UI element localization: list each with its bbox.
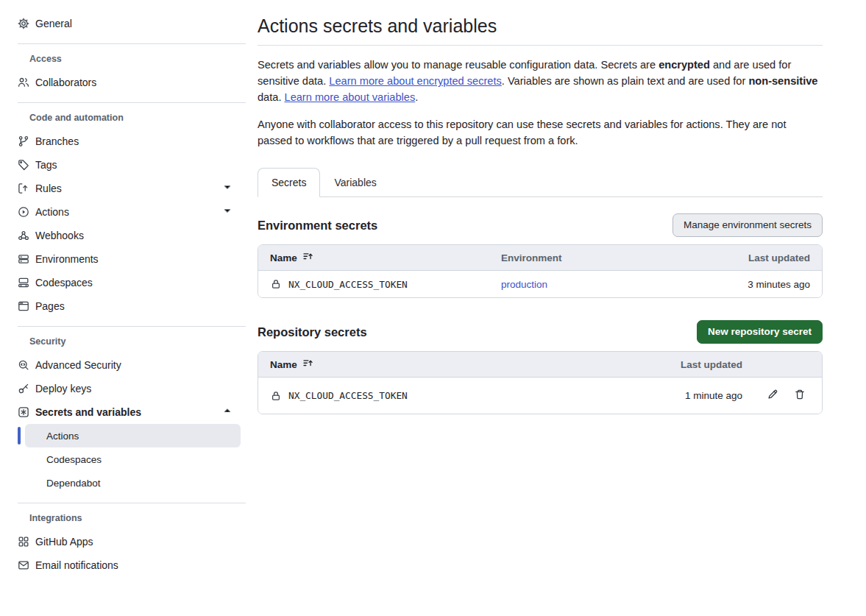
sort-ascending-icon	[302, 358, 313, 371]
sidebar-item-tags[interactable]: Tags	[18, 153, 240, 177]
sidebar-item-deploy-keys[interactable]: Deploy keys	[18, 377, 240, 400]
sidebar-section-code-and-automation: Code and automation	[29, 111, 246, 124]
sidebar-item-label: Branches	[35, 135, 79, 147]
last-updated-value: 1 minute ago	[613, 390, 742, 401]
sidebar-divider	[18, 102, 246, 103]
tag-icon	[18, 159, 29, 171]
sidebar-item-environments[interactable]: Environments	[18, 247, 240, 271]
sidebar-item-rules[interactable]: Rules	[18, 177, 240, 200]
intro-bold-encrypted: encrypted	[659, 59, 710, 71]
column-label: Name	[270, 252, 297, 263]
sidebar-item-secrets-and-variables[interactable]: Secrets and variables	[18, 400, 240, 424]
last-updated-value: 3 minutes ago	[692, 279, 810, 290]
column-header-last-updated: Last updated	[613, 359, 742, 370]
tab-secrets[interactable]: Secrets	[258, 168, 320, 197]
column-label: Name	[270, 359, 297, 370]
intro-text: data.	[258, 91, 285, 103]
gear-icon	[18, 18, 29, 29]
sidebar-subitem-actions[interactable]: Actions	[25, 424, 241, 447]
main-content: Actions secrets and variables Secrets an…	[258, 15, 823, 414]
intro-text: . Variables are shown as plain text and …	[502, 75, 749, 87]
lock-icon	[270, 278, 282, 290]
sidebar-item-label: Email notifications	[35, 559, 118, 571]
table-row: NX_CLOUD_ACCESS_TOKEN production 3 minut…	[258, 271, 822, 297]
browser-icon	[18, 300, 29, 312]
column-header-name[interactable]: Name	[270, 358, 613, 371]
manage-environment-secrets-button[interactable]: Manage environment secrets	[672, 213, 823, 237]
sidebar-item-advanced-security[interactable]: Advanced Security	[18, 353, 240, 377]
sidebar-item-label: General	[35, 18, 72, 29]
sidebar-item-label: Webhooks	[35, 230, 84, 241]
chevron-down-icon	[222, 205, 233, 219]
repository-secrets-heading: Repository secrets	[258, 325, 367, 339]
sidebar-item-branches[interactable]: Branches	[18, 130, 240, 153]
table-row: NX_CLOUD_ACCESS_TOKEN 1 minute ago	[258, 378, 822, 414]
sidebar-section-access: Access	[29, 52, 246, 66]
sidebar-divider	[18, 503, 246, 503]
environment-secrets-table: Name Environment Last updated NX_CLOUD_A…	[258, 244, 823, 298]
link-learn-encrypted-secrets[interactable]: Learn more about encrypted secrets	[329, 75, 501, 87]
asterisk-box-icon	[18, 406, 29, 418]
new-repository-secret-button[interactable]: New repository secret	[697, 320, 823, 344]
sidebar-item-codespaces[interactable]: Codespaces	[18, 271, 240, 294]
play-icon	[18, 206, 29, 218]
sidebar-item-label: Tags	[35, 159, 57, 171]
sidebar-item-webhooks[interactable]: Webhooks	[18, 224, 240, 247]
sort-ascending-icon	[302, 251, 313, 264]
delete-secret-button[interactable]	[794, 389, 806, 403]
git-branch-icon	[18, 135, 29, 147]
environment-link-production[interactable]: production	[501, 279, 547, 290]
column-header-environment: Environment	[501, 252, 692, 263]
pencil-icon	[767, 389, 778, 403]
trash-icon	[794, 389, 806, 403]
sidebar-item-collaborators[interactable]: Collaborators	[18, 71, 240, 94]
sidebar-item-label: Secrets and variables	[35, 406, 141, 418]
sidebar-item-general[interactable]: General	[18, 12, 240, 35]
chevron-down-icon	[222, 182, 233, 195]
intro-text: Secrets and variables allow you to manag…	[258, 59, 659, 71]
repository-secrets-table: Name Last updated NX_CLOUD_ACCESS_TOKEN …	[258, 351, 823, 414]
sidebar-item-github-apps[interactable]: GitHub Apps	[18, 530, 240, 553]
sidebar-item-pages[interactable]: Pages	[18, 294, 240, 318]
sidebar-subitem-codespaces[interactable]: Codespaces	[25, 447, 241, 471]
mail-icon	[18, 559, 29, 571]
sidebar-divider	[18, 326, 246, 327]
sidebar-section-integrations: Integrations	[29, 511, 246, 525]
secret-name: NX_CLOUD_ACCESS_TOKEN	[288, 279, 408, 290]
column-header-last-updated: Last updated	[692, 252, 810, 263]
lock-icon	[270, 390, 282, 402]
intro-text: .	[415, 91, 418, 103]
sidebar-item-label: Codespaces	[35, 277, 93, 288]
intro-bold-non-sensitive: non-sensitive	[748, 75, 817, 87]
sidebar-item-label: Dependabot	[46, 478, 101, 489]
sidebar-item-label: Actions	[35, 206, 69, 218]
chevron-up-icon	[222, 406, 233, 419]
sidebar-item-label: Pages	[35, 300, 65, 312]
repository-table-header: Name Last updated	[258, 352, 822, 378]
edit-secret-button[interactable]	[767, 389, 778, 403]
rules-icon	[18, 183, 29, 194]
sidebar-item-actions[interactable]: Actions	[18, 200, 240, 224]
sidebar-section-security: Security	[29, 335, 246, 348]
secrets-variables-tabs: Secrets Variables	[258, 168, 823, 197]
intro-paragraph: Secrets and variables allow you to manag…	[258, 57, 823, 105]
sidebar-divider	[18, 43, 246, 44]
environment-table-header: Name Environment Last updated	[258, 245, 822, 271]
sidebar-item-label: Codespaces	[46, 454, 102, 465]
people-icon	[18, 77, 29, 88]
collaborator-paragraph: Anyone with collaborator access to this …	[258, 116, 823, 149]
sidebar-item-email-notifications[interactable]: Email notifications	[18, 553, 240, 577]
tab-variables[interactable]: Variables	[320, 168, 390, 197]
key-icon	[18, 383, 29, 394]
page-title: Actions secrets and variables	[258, 15, 823, 46]
column-header-name[interactable]: Name	[270, 251, 501, 264]
server-icon	[18, 253, 29, 265]
sidebar-item-label: Advanced Security	[35, 359, 121, 371]
settings-sidebar: General Access Collaborators Code and au…	[0, 0, 246, 577]
sidebar-item-label: Rules	[35, 183, 62, 194]
link-learn-variables[interactable]: Learn more about variables	[285, 91, 416, 103]
active-indicator	[18, 427, 21, 445]
sidebar-item-label: Collaborators	[35, 77, 96, 88]
sidebar-item-label: Actions	[46, 431, 79, 442]
sidebar-subitem-dependabot[interactable]: Dependabot	[25, 471, 241, 495]
